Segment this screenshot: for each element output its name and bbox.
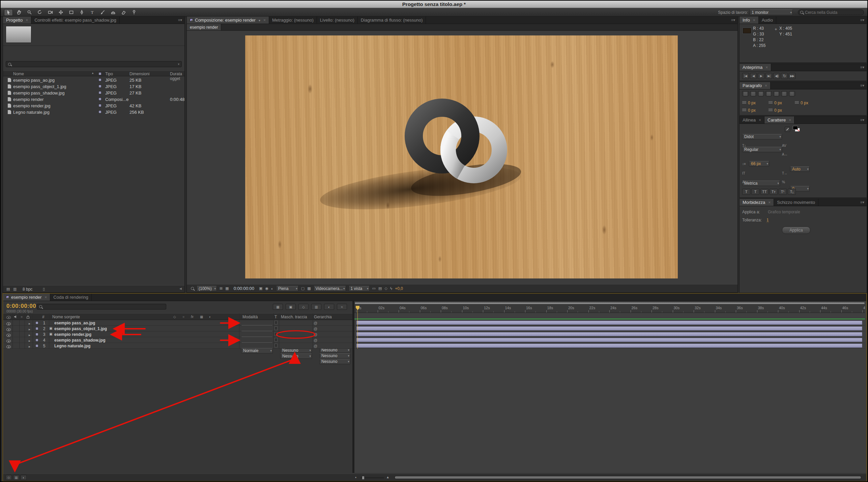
indent-value[interactable]: 0 px bbox=[748, 101, 756, 105]
layer-preserve-transparency-checkbox[interactable] bbox=[274, 332, 278, 336]
text-color-swatch[interactable] bbox=[793, 126, 802, 133]
current-timecode[interactable]: 0:00:00:00 bbox=[6, 303, 36, 310]
panel-menu-icon[interactable] bbox=[858, 199, 867, 206]
layer-blend-mode-select[interactable]: Normale bbox=[241, 348, 273, 353]
layer-disclosure-triangle[interactable] bbox=[29, 326, 30, 331]
column-number[interactable]: # bbox=[42, 315, 45, 319]
tab-composizione[interactable]: Composizione: esempio render bbox=[187, 17, 269, 24]
file-name[interactable]: Legno naturale.jpg bbox=[13, 110, 91, 115]
layer-visibility-toggle[interactable] bbox=[6, 328, 11, 331]
paragraph-indent-field[interactable]: 0 px bbox=[769, 101, 792, 105]
spacing-value[interactable]: 0 px bbox=[748, 108, 756, 113]
font-family-select[interactable]: Didot bbox=[742, 134, 782, 139]
resolution-select[interactable]: Piena bbox=[276, 286, 298, 291]
close-icon[interactable] bbox=[43, 295, 47, 300]
layer-pickwhip-icon[interactable] bbox=[314, 332, 317, 337]
scroll-left-icon[interactable]: ◀ bbox=[179, 287, 182, 290]
layer-duration-bar[interactable] bbox=[356, 326, 862, 330]
composition-mini-flowchart-button[interactable]: ▦ bbox=[273, 304, 283, 310]
hand-tool-icon[interactable] bbox=[15, 9, 23, 16]
type-style-button[interactable]: T bbox=[742, 189, 750, 195]
close-icon[interactable] bbox=[787, 117, 791, 123]
justify-all-button[interactable] bbox=[789, 91, 795, 96]
layer-duration-bar[interactable] bbox=[356, 338, 862, 342]
clone-stamp-tool-icon[interactable] bbox=[109, 9, 117, 16]
window-titlebar[interactable]: Progetto senza titolo.aep * bbox=[1, 1, 867, 8]
timeline-track[interactable] bbox=[354, 343, 865, 349]
interpret-footage-icon[interactable]: ▤ bbox=[6, 287, 10, 291]
tab-paragrafo[interactable]: Paragrafo bbox=[740, 82, 771, 89]
bit-depth-button[interactable]: 8 bpc bbox=[23, 287, 32, 292]
tab-allinea[interactable]: Allinea bbox=[740, 116, 764, 124]
type-style-button[interactable]: Tт bbox=[770, 189, 778, 195]
file-name[interactable]: esempio pass_shadow.jpg bbox=[13, 90, 91, 96]
graph-editor-button[interactable]: ≈ bbox=[337, 304, 347, 310]
type-tool-icon[interactable]: T bbox=[88, 9, 96, 16]
panel-menu-icon[interactable] bbox=[729, 17, 737, 24]
close-icon[interactable] bbox=[764, 65, 768, 70]
frame-blend-enable-toggle[interactable]: ▥ bbox=[13, 475, 19, 480]
loop-toggle-button[interactable] bbox=[781, 73, 788, 79]
ram-preview-button[interactable] bbox=[789, 73, 795, 79]
camera-tool-icon[interactable] bbox=[46, 9, 55, 16]
composition-viewport[interactable] bbox=[187, 31, 737, 284]
align-right-button[interactable] bbox=[758, 91, 764, 96]
layer-pickwhip-icon[interactable] bbox=[314, 320, 317, 325]
zoom-in-mountain-icon[interactable]: ▲ bbox=[386, 475, 389, 479]
tolerance-value[interactable]: 1 bbox=[766, 218, 769, 223]
timeline-horizontal-scrollbar[interactable] bbox=[394, 476, 862, 479]
tab-audio[interactable]: Audio bbox=[759, 17, 776, 24]
tab-morbidezza[interactable]: Morbidezza bbox=[740, 199, 774, 206]
flowchart-icon[interactable]: ◇ bbox=[384, 286, 387, 291]
column-tipo[interactable]: Tipo bbox=[105, 72, 113, 76]
zoom-slider-thumb[interactable] bbox=[362, 476, 365, 480]
project-search-field[interactable]: ▾ bbox=[6, 61, 182, 67]
close-icon[interactable] bbox=[767, 200, 771, 205]
timeline-layer-row[interactable]: 3 ▣ esempio render.jpg Normale Luminanza… bbox=[3, 331, 352, 337]
project-file-row[interactable]: esempio pass_shadow.jpg JPEG 27 KB bbox=[3, 90, 184, 96]
layer-pickwhip-icon[interactable] bbox=[314, 326, 317, 331]
expand-transparency-toggle[interactable]: ◇ bbox=[6, 475, 12, 480]
panel-menu-icon[interactable] bbox=[858, 116, 867, 124]
indent-value[interactable]: 0 px bbox=[801, 101, 808, 105]
project-file-row[interactable]: Legno naturale.jpg JPEG 256 KB bbox=[3, 109, 184, 115]
chevron-down-icon[interactable] bbox=[257, 18, 260, 23]
tab-carattere[interactable]: Carattere bbox=[764, 116, 794, 124]
help-search-input[interactable] bbox=[805, 10, 862, 15]
layer-name[interactable]: esempio pass_shadow.jpg bbox=[54, 338, 236, 343]
tab-anteprima[interactable]: Anteprima bbox=[740, 64, 771, 71]
motion-blur-button[interactable]: ◐ bbox=[324, 304, 334, 310]
layer-label-color[interactable] bbox=[35, 339, 38, 342]
timeline-track[interactable] bbox=[354, 337, 865, 343]
panel-menu-icon[interactable] bbox=[176, 17, 184, 24]
layer-columns-header[interactable]: ○ # Nome sorgente ◇ ○ fx ▦ ◐ Modalità T … bbox=[3, 313, 352, 320]
layer-duration-bar[interactable] bbox=[356, 321, 862, 325]
type-style-button[interactable]: T bbox=[751, 189, 759, 195]
layer-name[interactable]: Legno naturale.jpg bbox=[54, 344, 236, 348]
file-label-color[interactable] bbox=[98, 85, 102, 88]
exposure-value[interactable]: +0,0 bbox=[395, 286, 403, 291]
layer-visibility-toggle[interactable] bbox=[6, 334, 11, 337]
layer-duration-bar[interactable] bbox=[356, 332, 862, 336]
panel-menu-icon[interactable] bbox=[858, 82, 867, 89]
workspace-select[interactable]: 1 monitor bbox=[750, 9, 793, 15]
layer-disclosure-triangle[interactable] bbox=[29, 344, 30, 349]
timeline-jump-icon[interactable]: ▤ bbox=[378, 286, 382, 291]
region-of-interest-icon[interactable]: ▢ bbox=[301, 286, 305, 291]
layer-disclosure-triangle[interactable] bbox=[29, 338, 30, 343]
layer-track-matte-select[interactable]: Nessuno bbox=[280, 353, 312, 359]
layer-parent-select[interactable]: Nessuno bbox=[319, 359, 350, 364]
project-file-row[interactable]: esempio render Composi...e 0:00:48 bbox=[3, 96, 184, 103]
align-center-button[interactable] bbox=[750, 91, 756, 96]
layer-label-color[interactable] bbox=[35, 344, 38, 347]
timeline-layer-row[interactable]: 1 esempio pass_ao.jpg Moltiplica Nessuno bbox=[3, 320, 352, 326]
close-icon[interactable] bbox=[262, 18, 266, 23]
project-search-input[interactable] bbox=[13, 62, 176, 66]
layer-preserve-transparency-checkbox[interactable] bbox=[274, 338, 278, 342]
paragraph-indent-field[interactable]: 0 px bbox=[742, 101, 766, 105]
time-ruler[interactable]: 0s 02s 04s 06s 08s 10s 12s 14s 16s 18s 2… bbox=[354, 305, 865, 313]
safe-margins-icon[interactable]: ⊞ bbox=[220, 286, 223, 291]
grid-icon[interactable]: ▦ bbox=[225, 286, 229, 291]
pan-behind-tool-icon[interactable] bbox=[56, 9, 65, 16]
next-frame-button[interactable] bbox=[765, 73, 772, 79]
